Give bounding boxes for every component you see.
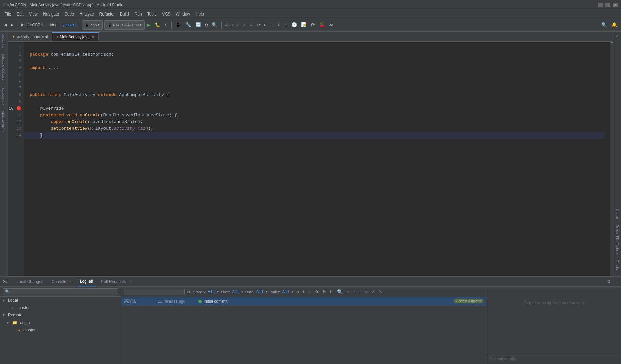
- branch-search-input[interactable]: [3, 288, 118, 295]
- commits-collapse-icon[interactable]: ⤡: [378, 288, 383, 295]
- tab-main-activity-java[interactable]: J MainActivity.java ✕: [52, 32, 98, 41]
- fetch-icon[interactable]: ⬇: [302, 288, 306, 295]
- git-branch-icon[interactable]: ⑂: [283, 21, 289, 29]
- window-controls[interactable]: ─ □ ✕: [598, 3, 618, 7]
- eye-icon[interactable]: 👁: [314, 289, 320, 295]
- commits-cherry-icon[interactable]: ⊕: [364, 288, 368, 295]
- menu-edit[interactable]: Edit: [14, 11, 26, 17]
- notifications-icon[interactable]: 🔔: [610, 21, 618, 29]
- build-variants-tool-window[interactable]: Build Variants: [0, 109, 8, 134]
- git-push-icon[interactable]: ⬆: [269, 21, 275, 29]
- menu-file[interactable]: File: [3, 11, 13, 17]
- sync-icon[interactable]: 🔄: [194, 21, 202, 29]
- refresh-icon[interactable]: ↻: [296, 288, 300, 295]
- date-dropdown-icon[interactable]: ▾: [266, 290, 268, 294]
- commits-search-input[interactable]: [124, 289, 185, 295]
- git-check-icon[interactable]: ✓: [235, 21, 240, 29]
- search-icon[interactable]: 🔍: [210, 21, 219, 29]
- commits-expand-icon[interactable]: ⤢: [371, 288, 376, 295]
- commits-settings-icon[interactable]: ⚙: [187, 288, 191, 295]
- close-button[interactable]: ✕: [613, 3, 618, 7]
- user-dropdown-icon[interactable]: ▾: [241, 290, 243, 294]
- paths-dropdown-icon[interactable]: ▾: [292, 290, 294, 294]
- settings-btn[interactable]: ⚙: [606, 278, 611, 285]
- debug-icon[interactable]: 🐛: [153, 21, 162, 29]
- vcs-file[interactable]: vcs.xml: [63, 23, 76, 27]
- menu-window[interactable]: Window: [174, 11, 192, 17]
- branch-search[interactable]: [0, 287, 121, 297]
- maximize-button[interactable]: □: [605, 3, 610, 7]
- sort-icon[interactable]: ↕: [308, 289, 312, 295]
- git-redo-icon[interactable]: ↻: [263, 21, 268, 29]
- back-icon[interactable]: ◀: [3, 21, 8, 29]
- remote-branch-group[interactable]: ▾ Remote: [0, 311, 121, 319]
- menu-code[interactable]: Code: [62, 11, 76, 17]
- avd-icon[interactable]: 📱: [174, 21, 183, 29]
- idea-dir[interactable]: .idea: [49, 23, 57, 27]
- git-extra-icon[interactable]: ≫: [327, 21, 335, 29]
- minimize-panel-btn[interactable]: ─: [613, 278, 618, 285]
- menu-help[interactable]: Help: [194, 11, 206, 17]
- git-check2-icon[interactable]: ✓: [242, 21, 247, 29]
- git-check3-icon[interactable]: ✓: [249, 21, 254, 29]
- commits-undo-icon[interactable]: ↩: [346, 288, 350, 295]
- commits-search-toggle[interactable]: 🔍: [336, 288, 344, 295]
- editor-scrollbar[interactable]: [610, 42, 613, 276]
- menu-refactor[interactable]: Refactor: [97, 11, 117, 17]
- line-num-8: 8: [8, 92, 24, 98]
- sdk-icon[interactable]: 🔧: [184, 21, 193, 29]
- menu-navigate[interactable]: Navigate: [41, 11, 61, 17]
- menu-view[interactable]: View: [27, 11, 40, 17]
- log-all-tab[interactable]: Log: all: [77, 277, 96, 286]
- menu-vcs[interactable]: VCS: [160, 11, 173, 17]
- code-editor[interactable]: 1 2 3 4 5 6 7 8 9 10 🔴 11 12 13 14 packa…: [8, 42, 613, 276]
- code-content[interactable]: package com.example.testforcsdn; import …: [24, 42, 610, 276]
- git-rollback-icon[interactable]: ⟳: [309, 21, 316, 29]
- menu-run[interactable]: Run: [132, 11, 144, 17]
- git-undo-icon[interactable]: ↩: [256, 21, 261, 29]
- git-pull-icon[interactable]: ⬇: [276, 21, 282, 29]
- settings-icon[interactable]: ⚙: [204, 21, 209, 29]
- global-search-icon[interactable]: 🔍: [600, 21, 609, 29]
- device-selector[interactable]: 📱 Nexus 4 API 30 ▾: [104, 20, 145, 30]
- gradle-tool-window[interactable]: Gradle: [614, 206, 620, 222]
- git-annotate-icon[interactable]: 📝: [300, 21, 308, 29]
- console-tab[interactable]: Console ✕: [48, 277, 75, 286]
- emulator-tool-window[interactable]: Emulator: [614, 257, 620, 276]
- pause-icon[interactable]: ⏸: [328, 289, 334, 295]
- git-cherry-pick-icon[interactable]: 🍒: [318, 21, 326, 29]
- device-file-explorer-tool-window[interactable]: Device File Explorer: [614, 222, 620, 257]
- user-filter-value[interactable]: All: [232, 290, 239, 294]
- resource-manager-tool-window[interactable]: Resource Manager: [0, 51, 8, 85]
- branch-dropdown-icon[interactable]: ▾: [217, 290, 219, 294]
- tab-java-close[interactable]: ✕: [92, 35, 94, 39]
- origin-folder[interactable]: ▾ 📁 origin: [0, 319, 121, 326]
- menu-analyze[interactable]: Analyze: [78, 11, 96, 17]
- app-selector[interactable]: 📱 app ▾: [82, 20, 103, 30]
- tab-activity-main-xml[interactable]: ✦ activity_main.xml: [8, 32, 52, 41]
- pull-requests-tab[interactable]: Pull Requests ✕: [97, 277, 135, 286]
- local-branch-group[interactable]: ▾ Local: [0, 297, 121, 304]
- profile-icon[interactable]: ⚡: [163, 21, 169, 29]
- pull-requests-close[interactable]: ✕: [129, 280, 131, 283]
- minimize-button[interactable]: ─: [598, 3, 603, 7]
- forward-icon[interactable]: ▶: [9, 21, 15, 29]
- run-icon[interactable]: ▶: [146, 20, 152, 30]
- favorites-tool-window[interactable]: 2: Favorites: [0, 85, 8, 108]
- menu-tools[interactable]: Tools: [145, 11, 159, 17]
- console-close[interactable]: ✕: [69, 280, 72, 283]
- local-changes-tab[interactable]: Local Changes: [13, 277, 47, 286]
- flag-icon[interactable]: ⚑: [322, 288, 326, 295]
- menu-build[interactable]: Build: [118, 11, 131, 17]
- git-history-icon[interactable]: 🕐: [290, 21, 298, 29]
- date-filter-value[interactable]: All: [256, 290, 264, 294]
- commits-branch-log-icon[interactable]: ⑂: [358, 289, 362, 295]
- branch-filter-value[interactable]: All: [208, 290, 215, 294]
- project-name[interactable]: testforCSDN: [21, 23, 43, 27]
- master-branch-local[interactable]: ○ master: [0, 304, 121, 311]
- master-branch-remote[interactable]: ★ master: [0, 326, 121, 334]
- commits-redo-icon[interactable]: ↪: [352, 288, 356, 295]
- project-tool-window[interactable]: 1: Project: [0, 32, 8, 51]
- commit-row-0[interactable]: 高泽迅 11 minutes ago Initial commit » orig…: [121, 297, 486, 306]
- paths-filter-value[interactable]: All: [282, 290, 290, 294]
